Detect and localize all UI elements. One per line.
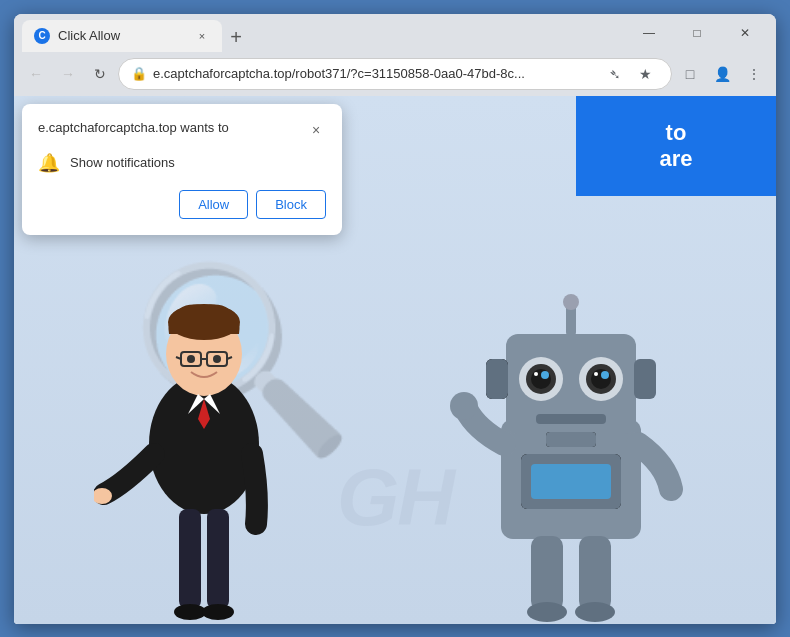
svg-rect-34 bbox=[634, 359, 656, 399]
maximize-button[interactable]: □ bbox=[674, 19, 720, 47]
content-area: to are 🔍 bbox=[14, 96, 776, 624]
window-controls: — □ ✕ bbox=[626, 19, 768, 47]
lock-icon: 🔒 bbox=[131, 66, 147, 81]
menu-icon: ⋮ bbox=[747, 66, 761, 82]
banner-text-2: are bbox=[659, 146, 692, 172]
permission-label: Show notifications bbox=[70, 155, 175, 170]
svg-rect-35 bbox=[536, 414, 606, 424]
bookmark-icon: ★ bbox=[639, 66, 652, 82]
back-button[interactable]: ← bbox=[22, 60, 50, 88]
share-icon: ➴ bbox=[609, 66, 621, 82]
minimize-button[interactable]: — bbox=[626, 19, 672, 47]
svg-rect-40 bbox=[531, 464, 611, 499]
allow-button[interactable]: Allow bbox=[179, 190, 248, 219]
svg-point-30 bbox=[534, 372, 538, 376]
back-icon: ← bbox=[29, 66, 43, 82]
address-bar: ← → ↻ 🔒 e.captchaforcaptcha.top/robot371… bbox=[14, 52, 776, 96]
popup-site-name: e.captchaforcaptcha.top wants to bbox=[38, 120, 229, 135]
refresh-icon: ↻ bbox=[94, 66, 106, 82]
svg-point-26 bbox=[531, 369, 551, 389]
share-button[interactable]: ➴ bbox=[601, 60, 629, 88]
active-tab[interactable]: C Click Allow × bbox=[22, 20, 222, 52]
robot-illustration bbox=[446, 244, 696, 624]
title-bar: C Click Allow × + — □ ✕ bbox=[14, 14, 776, 52]
person-illustration bbox=[94, 244, 314, 624]
watermark-text: GH bbox=[337, 452, 453, 544]
svg-rect-33 bbox=[486, 359, 508, 399]
svg-point-27 bbox=[591, 369, 611, 389]
profile-button[interactable]: 👤 bbox=[708, 60, 736, 88]
svg-rect-42 bbox=[531, 536, 563, 611]
close-icon: ✕ bbox=[740, 26, 750, 40]
favicon-letter: C bbox=[38, 30, 45, 41]
popup-buttons: Allow Block bbox=[38, 190, 326, 219]
svg-point-17 bbox=[202, 604, 234, 620]
svg-rect-43 bbox=[579, 536, 611, 611]
close-button[interactable]: ✕ bbox=[722, 19, 768, 47]
svg-point-16 bbox=[174, 604, 206, 620]
forward-icon: → bbox=[61, 66, 75, 82]
extensions-button[interactable]: □ bbox=[676, 60, 704, 88]
url-actions: ➴ ★ bbox=[601, 60, 659, 88]
svg-point-44 bbox=[527, 602, 567, 622]
minimize-icon: — bbox=[643, 26, 655, 40]
permission-popup: e.captchaforcaptcha.top wants to × 🔔 Sho… bbox=[22, 104, 342, 235]
svg-point-8 bbox=[187, 355, 195, 363]
block-button[interactable]: Block bbox=[256, 190, 326, 219]
top-banner: to are bbox=[576, 96, 776, 196]
svg-point-29 bbox=[601, 371, 609, 379]
tab-favicon: C bbox=[34, 28, 50, 44]
popup-close-icon: × bbox=[312, 122, 320, 138]
svg-point-9 bbox=[213, 355, 221, 363]
refresh-button[interactable]: ↻ bbox=[86, 60, 114, 88]
svg-point-31 bbox=[594, 372, 598, 376]
svg-point-21 bbox=[563, 294, 579, 310]
profile-icon: 👤 bbox=[714, 66, 731, 82]
svg-point-28 bbox=[541, 371, 549, 379]
svg-rect-37 bbox=[546, 432, 596, 447]
bell-icon: 🔔 bbox=[38, 152, 60, 174]
svg-point-45 bbox=[575, 602, 615, 622]
svg-rect-14 bbox=[179, 509, 201, 609]
extensions-icon: □ bbox=[686, 66, 694, 82]
tab-close-button[interactable]: × bbox=[194, 28, 210, 44]
popup-close-button[interactable]: × bbox=[306, 120, 326, 140]
popup-header: e.captchaforcaptcha.top wants to × bbox=[38, 120, 326, 140]
tab-title: Click Allow bbox=[58, 28, 186, 43]
url-text: e.captchaforcaptcha.top/robot371/?c=3115… bbox=[153, 66, 595, 81]
menu-button[interactable]: ⋮ bbox=[740, 60, 768, 88]
forward-button[interactable]: → bbox=[54, 60, 82, 88]
bookmark-button[interactable]: ★ bbox=[631, 60, 659, 88]
banner-text-1: to bbox=[666, 120, 687, 146]
url-bar[interactable]: 🔒 e.captchaforcaptcha.top/robot371/?c=31… bbox=[118, 58, 672, 90]
popup-permission-row: 🔔 Show notifications bbox=[38, 152, 326, 174]
svg-rect-15 bbox=[207, 509, 229, 609]
svg-point-41 bbox=[450, 392, 478, 420]
tab-bar: C Click Allow × + bbox=[22, 14, 626, 52]
maximize-icon: □ bbox=[693, 26, 700, 40]
new-tab-button[interactable]: + bbox=[222, 24, 250, 52]
browser-window: C Click Allow × + — □ ✕ ← → bbox=[14, 14, 776, 624]
